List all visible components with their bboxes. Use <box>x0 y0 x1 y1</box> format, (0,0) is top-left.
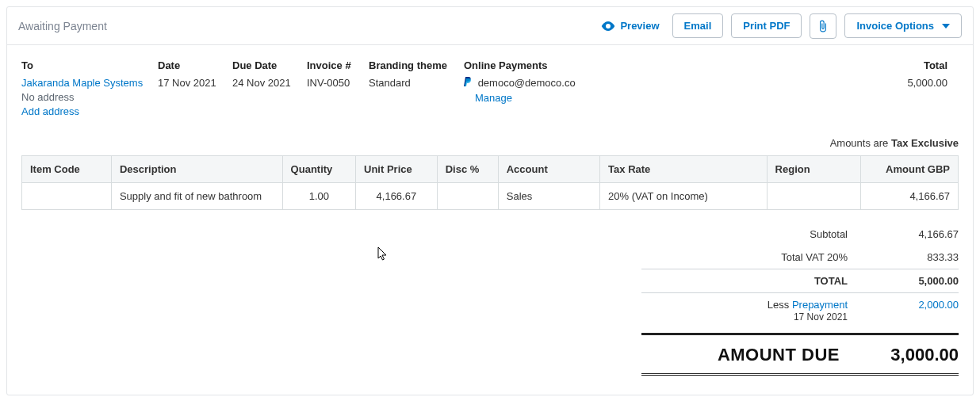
paypal-icon <box>464 76 472 90</box>
chevron-down-icon <box>942 24 950 29</box>
value-date: 17 Nov 2021 <box>158 76 221 90</box>
amounts-prefix: Amounts are <box>830 137 891 149</box>
topbar: Awaiting Payment Preview Email Print PDF… <box>7 7 973 45</box>
cell-region <box>767 182 860 209</box>
contact-address: No address <box>21 91 74 103</box>
cell-disc <box>437 182 498 209</box>
total-value: 5,000.00 <box>871 275 959 287</box>
less-prepayment-row: Less Prepayment 17 Nov 2021 2,000.00 <box>641 292 959 328</box>
col-quantity: Quantity <box>282 155 355 182</box>
invoice-card: Awaiting Payment Preview Email Print PDF… <box>6 6 974 395</box>
amount-due-row: AMOUNT DUE 3,000.00 <box>641 333 959 376</box>
vat-row: Total VAT 20% 833.33 <box>641 246 959 269</box>
table-header-row: Item Code Description Quantity Unit Pric… <box>22 155 959 182</box>
less-prefix: Less <box>768 299 792 311</box>
col-region: Region <box>767 155 860 182</box>
vat-label: Total VAT 20% <box>641 251 871 263</box>
amounts-value: Tax Exclusive <box>891 137 959 149</box>
prepayment-amount[interactable]: 2,000.00 <box>871 299 959 311</box>
label-date: Date <box>158 59 221 71</box>
cell-unit-price: 4,166.67 <box>356 182 438 209</box>
attachment-icon <box>817 20 829 32</box>
header-online-payments: Online Payments democo@democo.co Manage <box>464 59 607 105</box>
preview-label: Preview <box>620 20 659 32</box>
value-branding: Standard <box>369 76 453 90</box>
value-due-date: 24 Nov 2021 <box>232 76 296 90</box>
cell-description: Supply and fit of new bathroom <box>111 182 282 209</box>
col-disc: Disc % <box>437 155 498 182</box>
contact-link[interactable]: Jakaranda Maple Systems <box>21 77 143 89</box>
email-button[interactable]: Email <box>672 13 724 38</box>
col-account: Account <box>498 155 599 182</box>
prepayment-link[interactable]: Prepayment <box>792 299 848 311</box>
cell-item-code <box>22 182 112 209</box>
cell-quantity: 1.00 <box>282 182 355 209</box>
cell-tax-rate: 20% (VAT on Income) <box>600 182 768 209</box>
action-bar: Preview Email Print PDF Invoice Options <box>601 13 962 39</box>
add-address-link[interactable]: Add address <box>21 105 79 117</box>
email-label: Email <box>684 20 712 32</box>
header-due-date: Due Date 24 Nov 2021 <box>232 59 296 90</box>
line-items-table: Item Code Description Quantity Unit Pric… <box>21 155 959 210</box>
col-unit-price: Unit Price <box>356 155 438 182</box>
header-date: Date 17 Nov 2021 <box>158 59 221 90</box>
total-row: TOTAL 5,000.00 <box>641 269 959 292</box>
header-total: Total 5,000.00 <box>907 59 947 90</box>
print-label: Print PDF <box>743 20 790 32</box>
header-branding: Branding theme Standard <box>369 59 453 90</box>
value-total: 5,000.00 <box>907 76 947 90</box>
manage-online-payments-link[interactable]: Manage <box>475 92 512 104</box>
amounts-are-note: Amounts are Tax Exclusive <box>21 137 959 149</box>
col-item-code: Item Code <box>22 155 112 182</box>
col-description: Description <box>111 155 282 182</box>
subtotal-label: Subtotal <box>641 228 871 240</box>
label-invoice-no: Invoice # <box>307 59 358 71</box>
invoice-status: Awaiting Payment <box>18 20 107 32</box>
col-tax-rate: Tax Rate <box>600 155 768 182</box>
label-total: Total <box>907 59 947 71</box>
totals-block: Subtotal 4,166.67 Total VAT 20% 833.33 T… <box>641 223 959 376</box>
preview-button[interactable]: Preview <box>601 20 659 32</box>
invoice-content: To Jakaranda Maple Systems No address Ad… <box>7 45 973 395</box>
subtotal-value: 4,166.67 <box>871 228 959 240</box>
invoice-options-button[interactable]: Invoice Options <box>844 13 962 38</box>
header-to: To Jakaranda Maple Systems No address Ad… <box>21 59 147 120</box>
prepayment-date: 17 Nov 2021 <box>794 311 848 323</box>
amount-due-value: 3,000.00 <box>863 345 959 365</box>
label-online-payments: Online Payments <box>464 59 607 71</box>
invoice-options-label: Invoice Options <box>856 20 934 32</box>
subtotal-row: Subtotal 4,166.67 <box>641 223 959 246</box>
total-label: TOTAL <box>641 275 871 287</box>
header-invoice-no: Invoice # INV-0050 <box>307 59 358 90</box>
invoice-header-row: To Jakaranda Maple Systems No address Ad… <box>21 59 959 120</box>
cell-amount: 4,166.67 <box>860 182 958 209</box>
eye-icon <box>601 21 615 31</box>
value-invoice-no: INV-0050 <box>307 76 358 90</box>
cell-account: Sales <box>498 182 599 209</box>
table-row: Supply and fit of new bathroom 1.00 4,16… <box>22 182 959 209</box>
print-pdf-button[interactable]: Print PDF <box>731 13 802 38</box>
label-to: To <box>21 59 147 71</box>
col-amount: Amount GBP <box>860 155 958 182</box>
label-due-date: Due Date <box>232 59 296 71</box>
amount-due-label: AMOUNT DUE <box>641 345 863 365</box>
online-payments-email: democo@democo.co <box>478 77 576 89</box>
vat-value: 833.33 <box>871 251 959 263</box>
label-branding: Branding theme <box>369 59 453 71</box>
attach-files-button[interactable] <box>810 13 836 39</box>
